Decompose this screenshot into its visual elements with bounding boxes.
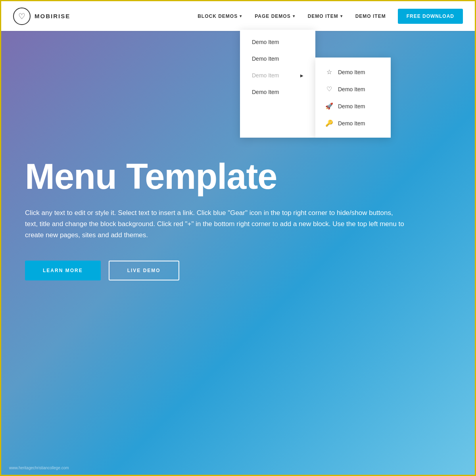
nav-item-block-demos[interactable]: BLOCK DEMOS ▾: [193, 10, 247, 22]
learn-more-button[interactable]: LEARN MORE: [25, 261, 101, 280]
nav-links: BLOCK DEMOS ▾ PAGE DEMOS ▾ DEMO ITEM ▾ D…: [193, 9, 463, 24]
dropdown-secondary: ☆ Demo Item ♡ Demo Item 🚀 Demo Item 🔑 De…: [315, 58, 391, 138]
brand: ♡ MOBIRISE: [13, 8, 70, 25]
hero-description: Click any text to edit or style it. Sele…: [25, 207, 406, 241]
dropdown-primary: Demo Item Demo Item Demo Item ▶ Demo Ite…: [240, 30, 315, 138]
dropdown-secondary-item-1[interactable]: ☆ Demo Item: [315, 63, 391, 81]
hero-section: Menu Template Click any text to edit or …: [1, 31, 475, 476]
hero-buttons: LEARN MORE LIVE DEMO: [25, 261, 451, 280]
dropdown-item-3-submenu[interactable]: Demo Item ▶: [240, 67, 315, 84]
rocket-icon: 🚀: [325, 102, 333, 110]
brand-name: MOBIRISE: [35, 13, 70, 19]
dropdown-container: Demo Item Demo Item Demo Item ▶ Demo Ite…: [240, 30, 391, 138]
dropdown-item-4[interactable]: Demo Item: [240, 84, 315, 100]
dropdown-secondary-item-2[interactable]: ♡ Demo Item: [315, 81, 391, 98]
star-icon: ☆: [325, 68, 333, 76]
chevron-down-icon: ▾: [340, 14, 343, 18]
chevron-down-icon: ▾: [240, 14, 242, 18]
heart-icon: ♡: [325, 85, 333, 93]
bottom-url: www.heritagechristiancollege.com: [9, 466, 69, 470]
dropdown-item-1[interactable]: Demo Item: [240, 34, 315, 50]
hero-title: Menu Template: [25, 158, 451, 196]
brand-logo-icon: ♡: [13, 8, 31, 25]
chevron-down-icon: ▾: [293, 14, 295, 18]
navbar: ♡ MOBIRISE BLOCK DEMOS ▾ PAGE DEMOS ▾ DE…: [1, 1, 475, 31]
nav-item-demo-item[interactable]: DEMO ITEM: [351, 10, 391, 22]
dropdown-item-2[interactable]: Demo Item: [240, 50, 315, 67]
free-download-button[interactable]: FREE DOWNLOAD: [398, 9, 463, 24]
dropdown-secondary-item-4[interactable]: 🔑 Demo Item: [315, 115, 391, 132]
submenu-chevron-icon: ▶: [300, 73, 303, 78]
nav-item-page-demos[interactable]: PAGE DEMOS ▾: [250, 10, 299, 22]
nav-item-demo-item-dropdown[interactable]: DEMO ITEM ▾: [303, 10, 347, 22]
dropdown-secondary-item-3[interactable]: 🚀 Demo Item: [315, 98, 391, 115]
live-demo-button[interactable]: LIVE DEMO: [109, 261, 179, 280]
key-icon: 🔑: [325, 119, 333, 127]
